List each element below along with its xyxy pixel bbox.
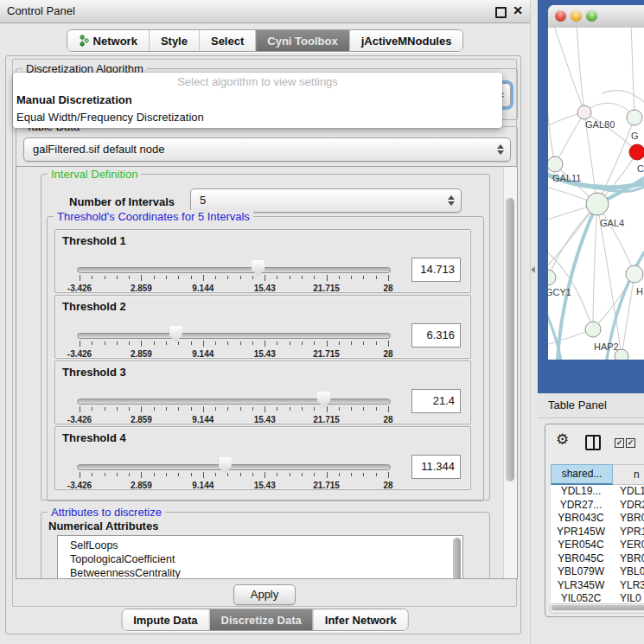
threshold-value-field[interactable]: 6.316 xyxy=(411,323,461,348)
table-cell[interactable]: YLR3 xyxy=(611,579,644,593)
horizontal-scrollbar[interactable] xyxy=(549,603,644,614)
table-cell[interactable]: YBL0 xyxy=(611,565,644,579)
table-cell[interactable]: YDL1 xyxy=(611,485,644,499)
slider-tick xyxy=(277,341,277,345)
column-header-n[interactable]: n xyxy=(613,464,644,485)
table-cell[interactable]: YBR043C xyxy=(551,512,611,526)
close-icon[interactable]: ✕ xyxy=(513,3,523,17)
list-item[interactable]: TopologicalCoefficient xyxy=(58,552,462,566)
popup-menu-item[interactable]: Equal Width/Frequency Discretization xyxy=(13,109,502,126)
network-node-label: H xyxy=(636,286,643,296)
list-item[interactable]: SelfLoops xyxy=(58,536,462,552)
table-row[interactable]: YLR345W YLR3 xyxy=(551,579,644,593)
slider-tick xyxy=(240,276,241,279)
tab-select[interactable]: Select xyxy=(199,30,255,51)
table-row[interactable]: YBL079W YBL0 xyxy=(551,565,644,579)
table-cell[interactable]: YBL079W xyxy=(551,565,611,579)
checked-checkbox-icon[interactable]: ✓ xyxy=(626,438,635,448)
slider-tick xyxy=(302,341,303,345)
gear-icon[interactable]: ⚙ xyxy=(556,430,569,448)
slider-tick xyxy=(363,473,364,476)
tab-cyni-toolbox[interactable]: Cyni Toolbox xyxy=(255,30,348,51)
table-row[interactable]: YER054C YER0 xyxy=(551,539,644,552)
slider-track[interactable] xyxy=(77,399,391,405)
list-item[interactable]: BetweennessCentrality xyxy=(58,566,462,579)
table-cell[interactable]: YDR27... xyxy=(551,499,611,513)
slider-tick xyxy=(327,275,328,281)
table-cell[interactable]: YLR345W xyxy=(551,579,611,593)
scrollbar-thumb[interactable] xyxy=(552,605,644,610)
table-row[interactable]: YPR145W YPR1 xyxy=(551,526,644,539)
network-node-label: GAL11 xyxy=(552,173,581,183)
threshold-value-field[interactable]: 11.344 xyxy=(411,455,461,479)
slider-track[interactable] xyxy=(77,267,391,273)
number-of-intervals-combobox[interactable]: 5 xyxy=(190,188,462,213)
network-node[interactable] xyxy=(615,349,628,360)
tab-style[interactable]: Style xyxy=(149,30,199,51)
table-cell[interactable]: YDR2 xyxy=(611,499,644,513)
table-cell[interactable]: YPR1 xyxy=(611,526,644,539)
network-node[interactable] xyxy=(586,193,609,215)
tab-impute-data[interactable]: Impute Data xyxy=(122,609,208,630)
table-cell[interactable]: YBR045C xyxy=(551,552,611,566)
tab-jactivemnodules[interactable]: jActiveMNodules xyxy=(349,30,463,51)
column-header-shared-[interactable]: shared... xyxy=(551,464,613,485)
mac-zoom-icon[interactable] xyxy=(586,10,597,22)
network-node[interactable] xyxy=(548,270,556,285)
table-data-combobox[interactable]: galFiltered.sif default node xyxy=(23,137,511,162)
network-canvas[interactable]: GAL80GCGAL11GAL4GCY1HHAP2 xyxy=(548,28,644,360)
network-node[interactable] xyxy=(585,322,601,337)
tab-discretize-data[interactable]: Discretize Data xyxy=(209,609,313,630)
table-row[interactable]: YBR043C YBR0 xyxy=(551,512,644,526)
table-cell[interactable]: YPR145W xyxy=(551,526,611,539)
table-cell[interactable]: YER0 xyxy=(611,539,644,552)
table-cell[interactable]: YDL19... xyxy=(551,485,611,499)
table-panel-header: Table Panel xyxy=(538,393,644,418)
slider-tick xyxy=(252,341,253,345)
scrollbar-thumb[interactable] xyxy=(506,198,514,481)
network-node[interactable] xyxy=(627,110,642,125)
table-row[interactable]: YBR045C YBR0 xyxy=(551,552,644,566)
number-of-intervals-value: 5 xyxy=(200,194,206,207)
mac-minimize-icon[interactable] xyxy=(571,10,582,22)
slider-track[interactable] xyxy=(77,333,391,339)
threshold-slider[interactable]: -3.4262.8599.14415.4321.71528 xyxy=(80,254,388,290)
group-title: Attributes to discretize xyxy=(48,506,165,519)
table-cell[interactable]: YBR0 xyxy=(611,512,644,526)
scrollpane-scrollbar[interactable] xyxy=(503,167,517,578)
threshold-slider[interactable]: -3.4262.8599.14415.4321.71528 xyxy=(80,320,388,356)
slider-tick xyxy=(327,341,328,347)
slider-track[interactable] xyxy=(77,464,391,470)
popup-menu-item[interactable]: Manual Discretization xyxy=(13,92,502,109)
slider-tick-label: 9.144 xyxy=(192,415,214,424)
attributes-listbox[interactable]: SelfLoopsTopologicalCoefficientBetweenne… xyxy=(57,535,463,579)
threshold-value-field[interactable]: 14.713 xyxy=(411,258,461,282)
slider-tick xyxy=(117,473,118,476)
threshold-slider[interactable]: -3.4262.8599.14415.4321.71528 xyxy=(80,386,388,422)
threshold-panel: Threshold 1 -3.4262.8599.14415.4321.7152… xyxy=(54,229,471,293)
threshold-value-field[interactable]: 21.4 xyxy=(411,389,461,413)
slider-tick xyxy=(178,473,179,476)
list-scrollbar-thumb[interactable] xyxy=(453,538,461,579)
network-node[interactable] xyxy=(577,105,591,119)
numerical-attributes-label: Numerical Attributes xyxy=(48,520,158,532)
mac-close-icon[interactable] xyxy=(555,10,566,22)
tab-infer-network[interactable]: Infer Network xyxy=(313,609,408,630)
splitpane-collapse-handle[interactable] xyxy=(531,266,535,273)
table-cell[interactable]: YBR0 xyxy=(611,552,644,566)
threshold-slider[interactable]: -3.4262.8599.14415.4321.71528 xyxy=(80,451,388,488)
network-node[interactable] xyxy=(629,144,644,160)
table-row[interactable]: YDL19... YDL1 xyxy=(551,485,644,499)
network-node[interactable] xyxy=(548,156,563,172)
tab-network[interactable]: Network xyxy=(67,30,149,51)
network-node[interactable] xyxy=(626,265,643,283)
checked-checkbox-icon[interactable]: ✓ xyxy=(615,438,624,448)
tab-label: Impute Data xyxy=(133,614,197,627)
table-cell[interactable]: YER054C xyxy=(551,539,611,552)
float-window-icon[interactable] xyxy=(495,7,507,18)
tab-label: Infer Network xyxy=(325,614,397,627)
apply-button[interactable]: Apply xyxy=(233,584,296,605)
algorithm-popup-menu: Select algorithm to view settings Manual… xyxy=(13,73,502,128)
split-columns-icon[interactable] xyxy=(585,435,601,450)
table-row[interactable]: YDR27... YDR2 xyxy=(551,499,644,513)
